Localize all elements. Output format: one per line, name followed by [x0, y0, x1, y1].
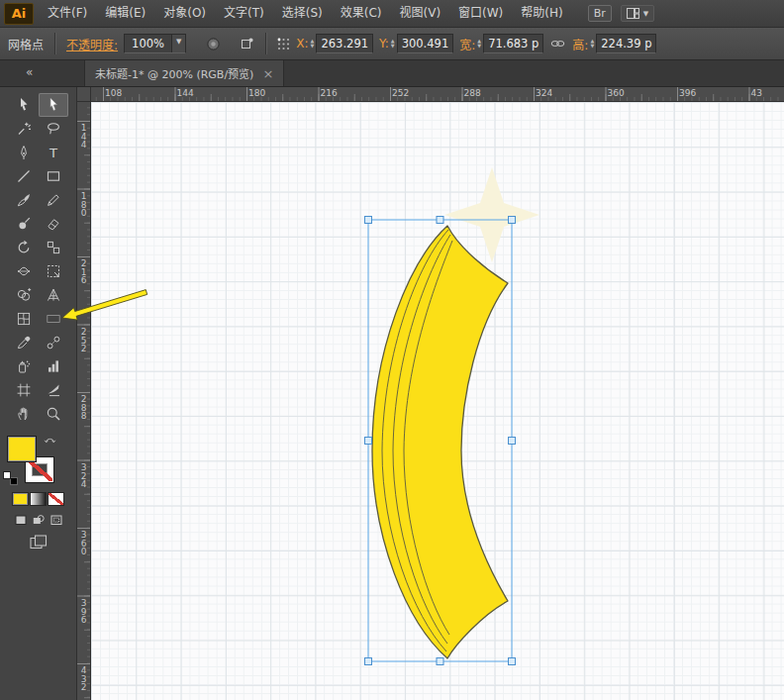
symbol-sprayer-tool[interactable]: [9, 354, 39, 378]
context-label: 网格点: [8, 36, 44, 52]
menu-item[interactable]: 窗口(W): [449, 0, 512, 27]
constrain-proportions-icon[interactable]: [549, 38, 566, 50]
gradient-button[interactable]: [30, 492, 47, 506]
blob-brush-tool[interactable]: [9, 212, 39, 236]
ruler-v-label: 324: [79, 462, 89, 488]
selection-handle[interactable]: [509, 658, 516, 665]
recolor-artwork-icon[interactable]: [206, 37, 221, 51]
work-area: 10814418021625228832436039643 1441802162…: [77, 87, 784, 700]
document-tab[interactable]: 未标题-1* @ 200% (RGB/预览) ×: [84, 60, 284, 86]
x-stepper[interactable]: ▲▼: [311, 39, 315, 50]
ruler-corner[interactable]: [77, 87, 91, 102]
opacity-value[interactable]: 100%: [125, 35, 171, 52]
bridge-button[interactable]: Br: [588, 5, 612, 22]
fill-stroke-indicator: [0, 434, 76, 489]
selection-handle[interactable]: [365, 658, 372, 665]
width-input[interactable]: 71.683 p: [483, 34, 543, 53]
blob-brush-icon: [16, 216, 32, 232]
chevron-down-icon[interactable]: ▼: [171, 35, 185, 52]
column-graph-tool[interactable]: [39, 354, 68, 378]
shape-builder-tool[interactable]: [9, 283, 39, 307]
collapse-tools-icon[interactable]: «: [26, 65, 31, 79]
slice-icon: [46, 382, 61, 398]
ruler-vertical[interactable]: 144180216252288324360396432: [77, 102, 91, 700]
selection-handle[interactable]: [365, 438, 372, 445]
eraser-tool[interactable]: [39, 212, 68, 236]
color-button[interactable]: [12, 492, 29, 506]
drawing-modes-row: [0, 513, 76, 527]
selection-handle[interactable]: [437, 658, 443, 665]
fill-swatch[interactable]: [7, 436, 37, 462]
selection-tool[interactable]: [9, 93, 39, 117]
pen-tool[interactable]: [9, 141, 39, 164]
scale-tool[interactable]: [39, 236, 68, 259]
magic-wand-tool[interactable]: [9, 117, 39, 141]
none-button[interactable]: [48, 492, 64, 506]
banana-shape[interactable]: [372, 226, 508, 658]
rotate-tool[interactable]: [9, 236, 39, 259]
screen-mode-icon[interactable]: [29, 534, 49, 550]
line-segment-tool[interactable]: [9, 164, 39, 188]
direct-selection-icon: [46, 97, 61, 113]
swap-fill-stroke-icon[interactable]: [44, 435, 56, 446]
hand-tool[interactable]: [9, 402, 39, 426]
width-tool[interactable]: [9, 259, 39, 283]
mesh-tool[interactable]: [9, 307, 39, 331]
menu-item[interactable]: 选择(S): [273, 0, 332, 27]
blend-tool[interactable]: [39, 331, 68, 354]
lasso-tool[interactable]: [39, 117, 68, 141]
close-icon[interactable]: ×: [262, 67, 273, 80]
menu-item[interactable]: 对象(O): [154, 0, 215, 27]
menu-item[interactable]: 效果(C): [332, 0, 391, 27]
pencil-tool[interactable]: [39, 188, 68, 212]
menu-item[interactable]: 帮助(H): [512, 0, 571, 27]
gradient-icon: [46, 311, 61, 327]
height-input[interactable]: 224.39 p: [596, 34, 656, 53]
pencil-icon: [46, 192, 61, 208]
menu-item[interactable]: 文字(T): [215, 0, 273, 27]
draw-behind-icon[interactable]: [32, 513, 46, 527]
selection-handle[interactable]: [365, 217, 372, 224]
lasso-icon: [46, 121, 61, 137]
draw-normal-icon[interactable]: [14, 513, 28, 527]
ruler-h-label: 324: [536, 88, 552, 98]
document-tab-title: 未标题-1* @ 200% (RGB/预览): [95, 65, 253, 81]
zoom-tool[interactable]: [39, 402, 68, 426]
reference-point-icon[interactable]: [277, 38, 290, 50]
default-fill-stroke-icon[interactable]: [3, 471, 18, 485]
opacity-label[interactable]: 不透明度:: [66, 36, 118, 52]
ruler-horizontal[interactable]: 10814418021625228832436039643: [91, 87, 784, 102]
type-tool[interactable]: [39, 141, 68, 164]
canvas[interactable]: [91, 102, 784, 700]
perspective-grid-tool[interactable]: [39, 283, 68, 307]
paintbrush-tool[interactable]: [9, 188, 39, 212]
selection-handle[interactable]: [509, 438, 516, 445]
menu-item[interactable]: 编辑(E): [96, 0, 154, 27]
opacity-dropdown[interactable]: 100% ▼: [124, 34, 186, 53]
menu-item[interactable]: 文件(F): [39, 0, 96, 27]
free-transform-tool[interactable]: [39, 259, 68, 283]
gradient-tool[interactable]: [39, 307, 68, 331]
selection-handle[interactable]: [509, 217, 516, 224]
slice-tool[interactable]: [39, 378, 68, 402]
y-stepper[interactable]: ▲▼: [391, 39, 395, 50]
rectangle-icon: [46, 168, 61, 184]
selection-handle[interactable]: [437, 217, 443, 224]
hand-icon: [16, 406, 32, 422]
ruler-v-label: 360: [79, 530, 89, 555]
magic-wand-icon: [16, 121, 32, 137]
width-stepper[interactable]: ▲▼: [477, 39, 481, 50]
select-similar-objects-icon[interactable]: [241, 37, 254, 50]
artboard-tool[interactable]: [9, 378, 39, 402]
width-field-group: 宽: ▲▼ 71.683 p: [459, 34, 543, 53]
eyedropper-tool[interactable]: [9, 331, 39, 354]
draw-inside-icon[interactable]: [49, 513, 63, 527]
x-input[interactable]: 263.291: [316, 34, 373, 53]
menu-item[interactable]: 视图(V): [390, 0, 449, 27]
y-input[interactable]: 300.491: [397, 34, 454, 53]
tools-panel: [0, 87, 77, 700]
height-stepper[interactable]: ▲▼: [590, 39, 594, 50]
direct-selection-tool[interactable]: [39, 93, 68, 117]
rectangle-tool[interactable]: [39, 164, 68, 188]
workspace-switcher[interactable]: ▼: [621, 5, 654, 22]
